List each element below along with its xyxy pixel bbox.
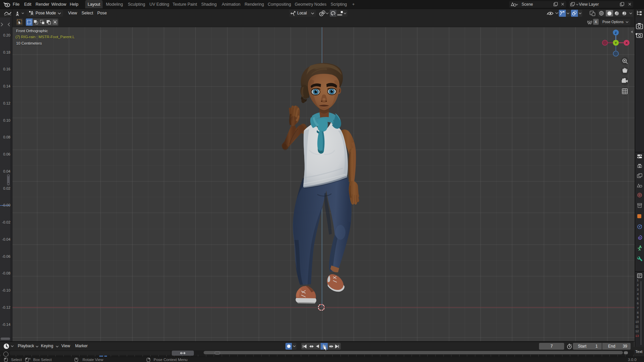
svg-text:Y: Y	[615, 41, 617, 45]
svg-text:Z: Z	[615, 31, 617, 35]
svg-text:X: X	[626, 41, 628, 45]
